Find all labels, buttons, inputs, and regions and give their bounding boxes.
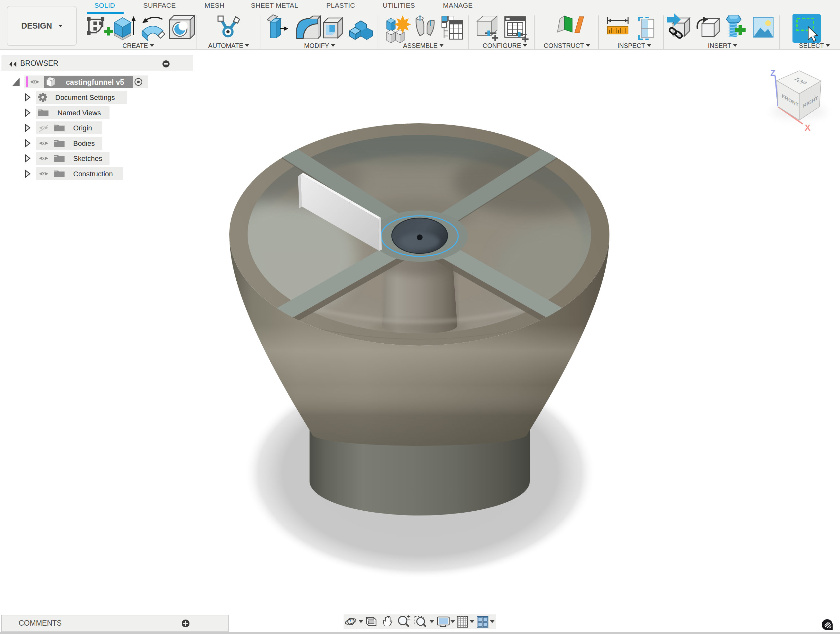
svg-text:Sketches: Sketches — [73, 155, 103, 163]
svg-text:Bodies: Bodies — [73, 139, 95, 147]
svg-text:Document Settings: Document Settings — [55, 93, 115, 101]
svg-text:Named Views: Named Views — [57, 109, 101, 117]
svg-text:castingfunnel v5: castingfunnel v5 — [66, 78, 124, 86]
svg-text:Z: Z — [771, 68, 776, 78]
svg-text:Origin: Origin — [73, 124, 92, 132]
svg-text:Construction: Construction — [73, 170, 113, 178]
svg-text:X: X — [805, 123, 810, 133]
